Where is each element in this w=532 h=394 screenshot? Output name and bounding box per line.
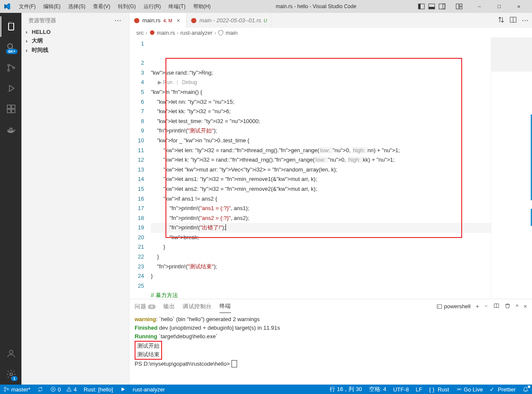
- tab-main-backup[interactable]: main - 2022-05-03--01.rs U: [186, 13, 272, 28]
- tab-modified-indicator: 4, M: [163, 18, 172, 23]
- terminal-dropdown-icon[interactable]: [484, 303, 488, 310]
- status-eol[interactable]: LF: [412, 385, 426, 394]
- terminal-shell-select[interactable]: powershell: [436, 303, 471, 310]
- status-notifications-icon[interactable]: [519, 385, 532, 394]
- svg-rect-1: [418, 4, 421, 9]
- more-actions-icon[interactable]: ⋯: [522, 16, 529, 24]
- customize-layout-icon[interactable]: [456, 3, 463, 10]
- close-panel-icon[interactable]: ×: [523, 303, 527, 310]
- sidebar-section-hello[interactable]: ›HELLO: [21, 28, 129, 36]
- svg-rect-13: [7, 105, 11, 108]
- activity-search[interactable]: 6K+: [0, 37, 21, 57]
- code-content[interactable]: "kw">use rand::"ty">Rng;▶ Run | Debug"kw…: [151, 37, 491, 299]
- svg-rect-8: [460, 7, 462, 9]
- activity-bar: 6K+ 1: [0, 13, 21, 385]
- tab-label: main.rs: [142, 17, 161, 24]
- close-button[interactable]: ✕: [509, 0, 529, 13]
- tab-close-icon[interactable]: ×: [175, 17, 182, 24]
- menu-run[interactable]: 运行(R): [140, 1, 165, 12]
- activity-accounts[interactable]: [0, 343, 21, 364]
- svg-point-27: [4, 387, 6, 389]
- new-terminal-icon[interactable]: +: [476, 303, 479, 310]
- activity-extensions[interactable]: [0, 99, 21, 119]
- terminal-content[interactable]: warning: `hello` (bin "hello") generated…: [129, 313, 532, 385]
- menu-help[interactable]: 帮助(H): [190, 1, 214, 12]
- svg-point-20: [191, 18, 196, 23]
- sidebar-section-outline[interactable]: ›大纲: [21, 36, 129, 45]
- tab-git-status: U: [264, 18, 267, 23]
- activity-settings[interactable]: 1: [0, 364, 21, 385]
- tab-main-rs[interactable]: main.rs 4, M ×: [129, 13, 186, 28]
- menu-file[interactable]: 文件(F): [15, 1, 39, 12]
- svg-rect-24: [437, 304, 442, 308]
- status-rust-analyzer[interactable]: rust-analyzer: [129, 385, 168, 394]
- line-numbers: 1234567891011121314151617181920212223242…: [129, 37, 151, 299]
- toggle-secondary-sidebar-icon[interactable]: [439, 3, 445, 10]
- editor-tabs: main.rs 4, M × main - 2022-05-03--01.rs …: [129, 13, 532, 28]
- minimap[interactable]: [491, 37, 532, 299]
- status-problems[interactable]: 0 4: [47, 385, 80, 394]
- status-language[interactable]: { } Rust: [426, 385, 453, 394]
- problems-count: 4: [148, 304, 156, 309]
- sidebar-title: 资源管理器: [28, 17, 56, 24]
- code-editor[interactable]: 1234567891011121314151617181920212223242…: [129, 37, 532, 299]
- status-branch[interactable]: master*: [0, 385, 34, 394]
- maximize-button[interactable]: ☐: [489, 0, 509, 13]
- kill-terminal-icon[interactable]: [505, 303, 511, 310]
- breadcrumb-src[interactable]: src: [136, 30, 144, 36]
- menu-selection[interactable]: 选择(S): [65, 1, 89, 12]
- minimap-viewport[interactable]: [491, 37, 532, 72]
- editor-group: main.rs 4, M × main - 2022-05-03--01.rs …: [129, 13, 532, 385]
- toggle-primary-sidebar-icon[interactable]: [418, 3, 425, 10]
- titlebar: 文件(F) 编辑(E) 选择(S) 查看(V) 转到(G) 运行(R) 终端(T…: [0, 0, 532, 13]
- minimize-button[interactable]: ─: [469, 0, 489, 13]
- svg-rect-16: [12, 109, 15, 113]
- sidebar-section-timeline[interactable]: ›时间线: [21, 45, 129, 55]
- svg-rect-4: [439, 4, 445, 9]
- compare-changes-icon[interactable]: [498, 16, 505, 25]
- menu-view[interactable]: 查看(V): [90, 1, 114, 12]
- panel-tab-problems[interactable]: 问题4: [135, 300, 156, 313]
- explorer-sidebar: 资源管理器 ⋯ ›HELLO ›大纲 ›时间线: [21, 13, 129, 385]
- status-prettier[interactable]: ✓ Prettier: [486, 385, 519, 394]
- activity-run-debug[interactable]: [0, 78, 21, 99]
- toggle-panel-icon[interactable]: [428, 3, 435, 10]
- window-title: main.rs - hello - Visual Studio Code: [216, 3, 416, 9]
- sidebar-header: 资源管理器 ⋯: [21, 13, 129, 28]
- panel-tab-debug-console[interactable]: 调试控制台: [183, 300, 212, 313]
- rust-file-icon: [191, 18, 197, 24]
- status-go-live[interactable]: Go Live: [453, 385, 487, 394]
- status-run-icon[interactable]: [117, 385, 129, 394]
- highlight-box: [165, 58, 462, 238]
- status-indentation[interactable]: 空格: 4: [366, 385, 390, 394]
- bottom-panel: 问题4 输出 调试控制台 终端 powershell + ^ × warning…: [129, 299, 532, 385]
- status-cursor-position[interactable]: 行 16，列 30: [326, 385, 365, 394]
- svg-rect-6: [456, 4, 459, 9]
- panel-tab-terminal[interactable]: 终端: [219, 300, 231, 313]
- status-sync[interactable]: [34, 385, 47, 394]
- status-encoding[interactable]: UTF-8: [390, 385, 412, 394]
- panel-tab-output[interactable]: 输出: [163, 300, 175, 313]
- sidebar-more-icon[interactable]: ⋯: [114, 16, 122, 24]
- search-badge: 6K+: [6, 49, 18, 54]
- menu-bar: 文件(F) 编辑(E) 选择(S) 查看(V) 转到(G) 运行(R) 终端(T…: [15, 1, 214, 12]
- settings-badge: 1: [11, 376, 18, 381]
- svg-point-28: [4, 390, 6, 392]
- menu-edit[interactable]: 编辑(E): [40, 1, 64, 12]
- svg-point-29: [7, 388, 9, 390]
- menu-terminal[interactable]: 终端(T): [165, 1, 189, 12]
- status-rust-project[interactable]: Rust: [hello]: [80, 385, 117, 394]
- breadcrumb-file[interactable]: main.rs: [149, 30, 175, 36]
- rust-file-icon: [134, 18, 140, 24]
- maximize-panel-icon[interactable]: ^: [516, 303, 518, 310]
- breadcrumb-main[interactable]: main: [218, 30, 237, 36]
- svg-point-32: [69, 390, 69, 391]
- split-editor-icon[interactable]: [510, 16, 517, 25]
- activity-source-control[interactable]: [0, 57, 21, 78]
- activity-explorer[interactable]: [0, 16, 21, 37]
- split-terminal-icon[interactable]: [493, 303, 499, 310]
- menu-go[interactable]: 转到(G): [114, 1, 139, 12]
- svg-point-18: [10, 373, 12, 376]
- breadcrumb-analyzer[interactable]: rust-analyzer: [180, 30, 213, 36]
- activity-docker[interactable]: [0, 119, 21, 140]
